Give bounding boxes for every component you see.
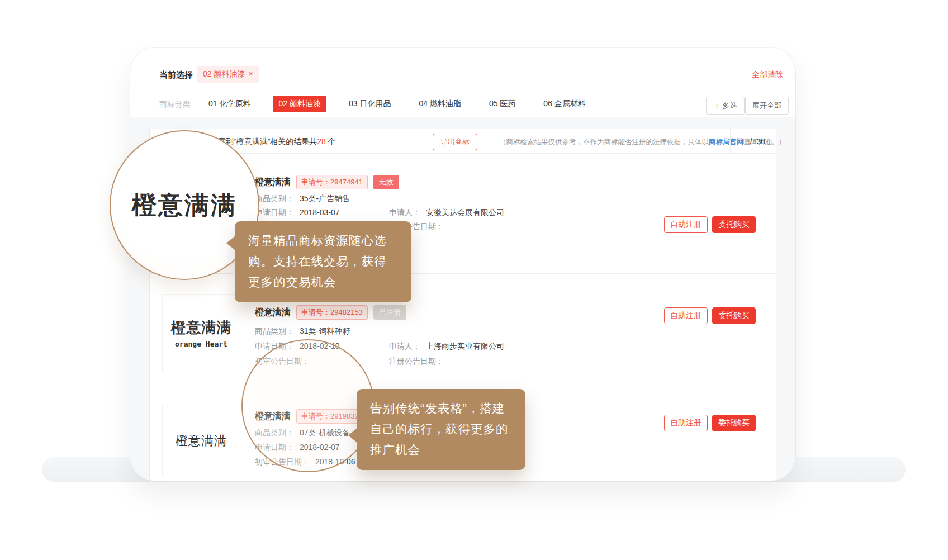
page-total: 30 <box>757 137 766 146</box>
status-badge: 已注册 <box>373 305 406 320</box>
current-selection-label: 当前选择 <box>159 70 193 80</box>
tooltip-marketplace: 海量精品商标资源随心选 购。支持在线交易，获得 更多的交易机会 <box>235 221 411 302</box>
category-value: 35类-广告销售 <box>300 194 350 204</box>
tooltip-line: 更多的交易机会 <box>248 272 398 293</box>
entrust-buy-button[interactable]: 委托购买 <box>712 307 756 324</box>
results-summary-middle: 相关的结果共 <box>270 137 317 146</box>
trademark-image[interactable]: 橙意满满 <box>162 405 240 477</box>
multi-select-button[interactable]: ＋ 多选 <box>706 97 745 115</box>
self-register-button[interactable]: 自助注册 <box>664 216 708 233</box>
row-details: 橙意满满 申请号：29482153 已注册 <box>255 305 406 320</box>
entrust-buy-button[interactable]: 委托购买 <box>712 415 756 431</box>
application-number-badge: 申请号：29474941 <box>296 175 368 189</box>
results-unit: 个 <box>326 137 336 146</box>
category-tabs: 01 化学原料 02 颜料油漆 03 日化用品 04 燃料油脂 05 医药 06… <box>203 96 591 112</box>
category-tab-02-selected[interactable]: 02 颜料油漆 <box>273 96 326 112</box>
close-icon[interactable]: × <box>248 69 253 78</box>
chevron-right-icon[interactable]: › <box>770 136 772 146</box>
applicant-label: 申请人： <box>389 208 420 218</box>
category-tab-01[interactable]: 01 化学原料 <box>203 96 256 112</box>
apply-date-value: 2018-03-07 <box>300 208 340 218</box>
chevron-left-icon[interactable]: ‹ <box>734 136 737 146</box>
disclaimer-pre: （商标检索结果仅供参考，不作为商标能否注册的法律依据；具体以 <box>499 138 709 146</box>
trademark-name[interactable]: 橙意满满 <box>255 307 291 319</box>
results-count: 28 <box>317 137 326 146</box>
results-keyword: “橙意满满” <box>234 137 270 146</box>
category-label: 商品类别： <box>255 326 294 336</box>
page-current: 1 <box>741 137 746 146</box>
trademark-image[interactable]: 橙意满满 orange Heart <box>162 294 240 372</box>
trademark-name[interactable]: 橙意满满 <box>255 177 291 188</box>
self-register-button[interactable]: 自助注册 <box>664 415 708 431</box>
tooltip-line: 告别传统“发表格”，搭建 <box>370 398 512 419</box>
trademark-image-text: 橙意满满 <box>176 433 227 449</box>
category-tab-03[interactable]: 03 日化用品 <box>343 96 396 112</box>
trademark-image-subtext: orange Heart <box>175 340 227 348</box>
category-tab-05[interactable]: 05 医药 <box>484 96 521 112</box>
tooltip-line: 自己的标行，获得更多的 <box>370 419 512 440</box>
tooltip-line: 购。支持在线交易，获得 <box>248 251 398 272</box>
clear-all-button[interactable]: 全部清除 <box>752 70 783 80</box>
application-number-badge: 申请号：29482153 <box>296 305 368 320</box>
page: 当前选择 02 颜料油漆× 全部清除 商标分类 01 化学原料 02 颜料油漆 … <box>0 0 948 560</box>
applicant-value: 安徽美达会展有限公司 <box>426 208 504 218</box>
category-bar-label: 商标分类 <box>159 99 191 110</box>
category-tab-04[interactable]: 04 燃料油脂 <box>413 96 466 112</box>
tooltip-promotion: 告别传统“发表格”，搭建 自己的标行，获得更多的 推广机会 <box>357 389 525 470</box>
self-register-button[interactable]: 自助注册 <box>664 307 708 324</box>
expand-all-button[interactable]: 展开全部 <box>745 97 789 115</box>
reg-notice-label: 注册公告日期： <box>389 357 444 367</box>
category-label: 商品类别： <box>255 194 294 204</box>
tooltip-line: 海量精品商标资源随心选 <box>248 231 398 251</box>
trademark-image-text: 橙意满满 <box>171 318 231 338</box>
magnified-trademark-text: 橙意满满 <box>132 189 237 222</box>
results-header: 为您检索到“橙意满满”相关的结果共28 个 导出商标 （商标检索结果仅供参考，不… <box>150 129 776 154</box>
applicant-value: 上海雨步实业有限公司 <box>426 341 504 352</box>
filter-tag-label: 02 颜料油漆 <box>203 69 245 78</box>
apply-date-label: 申请日期： <box>255 208 294 218</box>
pagination: ‹ 1 / 30 › <box>730 129 776 154</box>
category-tab-06[interactable]: 06 金属材料 <box>538 96 591 112</box>
reg-notice-value: – <box>449 222 454 232</box>
reg-notice-value: – <box>449 357 454 367</box>
row-details: 橙意满满 申请号：29474941 无效 <box>255 175 399 189</box>
export-trademark-button[interactable]: 导出商标 <box>433 134 477 150</box>
page-separator: / <box>750 137 752 146</box>
applicant-label: 申请人： <box>389 341 420 352</box>
selected-filter-tag[interactable]: 02 颜料油漆× <box>197 66 259 83</box>
magnifier-circle <box>241 339 375 472</box>
status-badge: 无效 <box>373 175 399 189</box>
divider <box>159 92 781 92</box>
category-value: 31类-饲料种籽 <box>300 326 350 336</box>
entrust-buy-button[interactable]: 委托购买 <box>712 216 756 233</box>
tooltip-line: 推广机会 <box>370 440 512 461</box>
